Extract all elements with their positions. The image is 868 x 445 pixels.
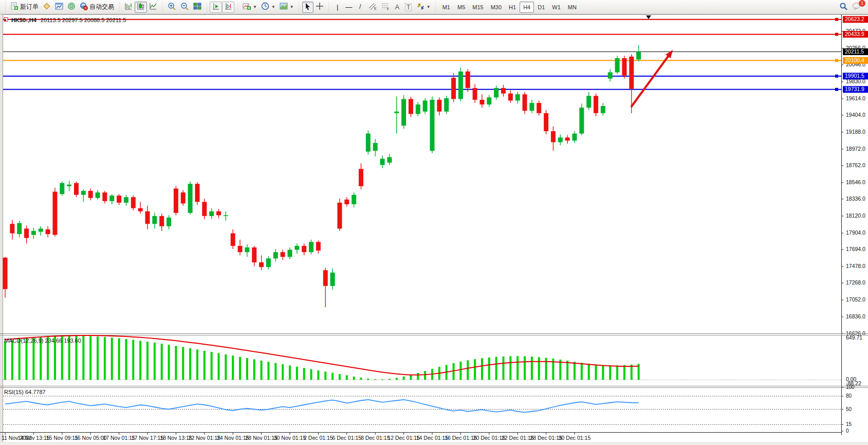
trend-arrow-annotation[interactable] [631, 51, 672, 107]
candle [558, 137, 563, 142]
templates-button[interactable]: ▼ [278, 2, 296, 13]
candle [224, 215, 228, 216]
autotrade-button[interactable]: 自动交易 [78, 2, 116, 13]
macd-bar [516, 356, 519, 380]
line-handle[interactable] [835, 18, 838, 21]
text-tool[interactable]: A [392, 2, 403, 13]
chart-svg[interactable]: 20472.020256.020046.019830.019614.019404… [0, 14, 868, 445]
candle [60, 183, 64, 194]
candle [131, 197, 136, 208]
candle [337, 203, 342, 228]
candle [102, 192, 107, 201]
timeframe-m15[interactable]: M15 [469, 2, 487, 13]
text-label-tool[interactable]: T [403, 2, 414, 13]
line-handle[interactable] [835, 59, 838, 62]
vertical-line-tool[interactable]: | [332, 2, 343, 13]
candle [501, 88, 506, 94]
left-window-edge [0, 14, 3, 445]
macd-bar [403, 377, 405, 380]
channel-tool[interactable]: E [366, 2, 379, 13]
svg-text:20 Dec 01:15: 20 Dec 01:15 [473, 435, 506, 441]
macd-bar [602, 365, 604, 380]
cursor-button[interactable] [302, 2, 313, 13]
svg-text:28 Dec 01:15: 28 Dec 01:15 [530, 435, 562, 441]
line-handle[interactable] [835, 88, 838, 91]
timeframe-m30[interactable]: M30 [487, 2, 505, 13]
search-button[interactable] [837, 2, 850, 13]
candle [252, 247, 256, 262]
time-marker-icon [646, 15, 651, 19]
line-handle[interactable] [835, 75, 838, 78]
toolbar-drag-handle[interactable] [118, 2, 120, 12]
candle [594, 96, 598, 113]
signals-button[interactable] [65, 2, 78, 13]
arrows-icon [416, 2, 424, 12]
timeframe-m5[interactable]: M5 [454, 2, 469, 13]
timeframe-mn[interactable]: MN [564, 2, 580, 13]
macd-bar [89, 336, 91, 380]
rsi-panel: 1008050150 [3, 384, 855, 434]
svg-text:17 Nov 01:15: 17 Nov 01:15 [103, 435, 135, 441]
toolbar-drag-handle[interactable] [298, 2, 300, 12]
svg-text:0: 0 [846, 428, 849, 434]
profiles-button[interactable] [41, 2, 53, 13]
toolbar-drag-handle[interactable] [328, 2, 330, 12]
symbol-marker-icon: ▼ [3, 18, 7, 23]
timeframe-h1[interactable]: H1 [505, 2, 520, 13]
timeframe-m1[interactable]: M1 [439, 2, 454, 13]
periods-button[interactable]: ▼ [259, 2, 278, 13]
notifications-button[interactable]: 1 [850, 2, 863, 13]
timeframe-d1[interactable]: D1 [534, 2, 548, 13]
candle [444, 98, 449, 112]
macd-bar [4, 342, 6, 380]
new-order-button[interactable]: 新订单 [8, 2, 41, 13]
toolbar-drag-handle[interactable] [435, 2, 437, 12]
crosshair-button[interactable] [313, 2, 326, 13]
svg-text:18 Nov 13:15: 18 Nov 13:15 [160, 435, 192, 441]
toolbar-drag-handle[interactable] [4, 2, 6, 12]
candle [39, 228, 43, 232]
toolbar-drag-handle[interactable] [161, 2, 163, 12]
line-chart-button[interactable] [147, 2, 159, 13]
candle [579, 108, 584, 133]
timeframe-w1[interactable]: W1 [548, 2, 564, 13]
panel-separators[interactable] [0, 334, 868, 388]
svg-text:18972.0: 18972.0 [846, 146, 865, 152]
chart-canvas[interactable]: 20472.020256.020046.019830.019614.019404… [0, 14, 868, 445]
tile-windows-button[interactable] [191, 2, 204, 13]
macd-bar [595, 365, 597, 380]
candle [309, 242, 313, 252]
candlestick-chart-button[interactable] [135, 2, 147, 13]
candle [537, 103, 541, 113]
cursor-icon [304, 3, 311, 12]
candle [551, 131, 556, 142]
svg-text:649.71: 649.71 [846, 334, 862, 341]
zoom-out-button[interactable] [178, 2, 191, 13]
candle [281, 252, 285, 257]
macd-bar [317, 370, 319, 380]
candle [473, 88, 477, 100]
toolbar-drag-handle[interactable] [236, 2, 238, 12]
macd-bar [118, 339, 120, 380]
timeframe-h4[interactable]: H4 [520, 2, 534, 13]
new-chart-button[interactable] [53, 2, 65, 13]
macd-bar [459, 362, 461, 380]
candle [316, 242, 321, 251]
svg-text:18336.0: 18336.0 [846, 195, 865, 202]
toolbar-drag-handle[interactable] [206, 2, 208, 12]
auto-scroll-button[interactable] [210, 2, 222, 13]
horizontal-line-tool[interactable]: — [343, 2, 355, 13]
trendline-tool[interactable]: / [355, 2, 366, 13]
macd-bar [125, 339, 127, 380]
candle [608, 73, 613, 79]
fibonacci-tool[interactable]: F [379, 2, 392, 13]
chart-shift-button[interactable] [222, 2, 234, 13]
zoom-in-button[interactable] [165, 2, 178, 13]
macd-bar [289, 365, 291, 380]
arrows-tool[interactable]: ▼ [414, 2, 433, 13]
indicators-button[interactable]: ▼ [241, 2, 259, 13]
bar-chart-button[interactable] [122, 2, 135, 13]
candle [523, 94, 527, 111]
line-handle[interactable] [835, 33, 838, 36]
macd-bar [97, 336, 99, 380]
